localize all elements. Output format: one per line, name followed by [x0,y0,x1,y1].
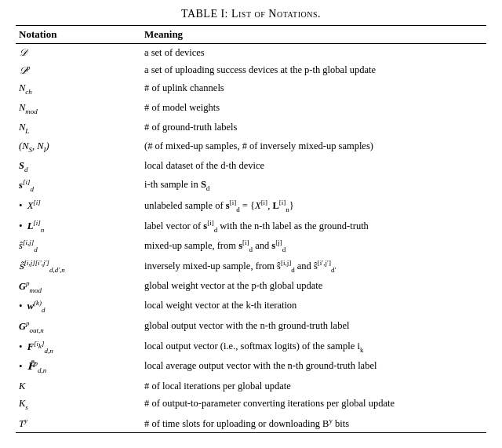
table-title: TABLE I: List of Notations. [16,8,486,20]
meaning-cell: (# of mixed-up samples, # of inversely m… [141,137,486,157]
notation-cell: • X[i] [16,196,141,217]
table-row: 𝒟pa set of uploading success devices at … [16,61,486,79]
meaning-cell: # of uplink channels [141,79,486,99]
notation-cell: Nmod [16,99,141,118]
notation-cell: Ty [16,414,141,433]
col-notation-header: Notation [16,26,141,44]
meaning-cell: # of local iterations per global update [141,377,486,395]
notation-cell: Nch [16,79,141,99]
notation-cell: • w(k)d [16,297,141,317]
meaning-cell: mixed-up sample, from s[i]d and s[j]d [141,236,486,257]
meaning-cell: a set of devices [141,44,486,62]
notation-cell: s̃[i,j][i′,j′]d,d′,n [16,257,141,277]
table-row: • F̄pd,nlocal average output vector with… [16,357,486,377]
table-row: • L[i]nlabel vector of s[i]d with the n-… [16,217,486,237]
page-container: TABLE I: List of Notations. Notation Mea… [16,8,486,433]
meaning-cell: global output vector with the n-th groun… [141,317,486,337]
meaning-cell: inversely mixed-up sample, from ŝ[i,j]d … [141,257,486,277]
table-row: Gpmodglobal weight vector at the p-th gl… [16,277,486,297]
notation-cell: • L[i]n [16,217,141,237]
meaning-cell: # of ground-truth labels [141,118,486,138]
table-row: ŝ[i,j]dmixed-up sample, from s[i]d and s… [16,236,486,257]
notation-cell: s[i]d [16,176,141,196]
notation-cell: Gpout,n [16,317,141,337]
meaning-cell: local output vector (i.e., softmax logit… [141,337,486,358]
notation-cell: 𝒟 [16,44,141,62]
meaning-cell: # of output-to-parameter converting iter… [141,395,486,414]
meaning-cell: i-th sample in Sd [141,176,486,196]
meaning-cell: local weight vector at the k-th iteratio… [141,297,486,317]
table-row: • F[ik]d,nlocal output vector (i.e., sof… [16,337,486,358]
meaning-cell: global weight vector at the p-th global … [141,277,486,297]
table-row: 𝒟a set of devices [16,44,486,62]
meaning-cell: # of model weights [141,99,486,118]
table-row: • X[i]unlabeled sample of s[i]d = {X[i],… [16,196,486,217]
notation-cell: NL [16,118,141,138]
table-row: Nmod# of model weights [16,99,486,118]
notation-cell: K [16,377,141,395]
meaning-cell: local dataset of the d-th device [141,157,486,177]
col-meaning-header: Meaning [141,26,486,44]
table-row: s̃[i,j][i′,j′]d,d′,ninversely mixed-up s… [16,257,486,277]
table-row: Ty# of time slots for uploading or downl… [16,414,486,433]
table-row: Gpout,nglobal output vector with the n-t… [16,317,486,337]
meaning-cell: label vector of s[i]d with the n-th labe… [141,217,486,237]
notation-cell: 𝒟p [16,61,141,79]
notation-cell: Gpmod [16,277,141,297]
table-row: Sdlocal dataset of the d-th device [16,157,486,177]
notation-cell: • F[ik]d,n [16,337,141,358]
table-row: Nch# of uplink channels [16,79,486,99]
notation-cell: Sd [16,157,141,177]
table-header-row: Notation Meaning [16,26,486,44]
table-row: (NS, NI)(# of mixed-up samples, # of inv… [16,137,486,157]
table-row: NL# of ground-truth labels [16,118,486,138]
notation-table: Notation Meaning 𝒟a set of devices𝒟pa se… [16,25,486,433]
table-row: s[i]di-th sample in Sd [16,176,486,196]
table-row: • w(k)dlocal weight vector at the k-th i… [16,297,486,317]
table-row: K# of local iterations per global update [16,377,486,395]
table-row: Ks# of output-to-parameter converting it… [16,395,486,414]
meaning-cell: a set of uploading success devices at th… [141,61,486,79]
meaning-cell: local average output vector with the n-t… [141,357,486,377]
meaning-cell: # of time slots for uploading or downloa… [141,414,486,433]
notation-cell: ŝ[i,j]d [16,236,141,257]
notation-cell: (NS, NI) [16,137,141,157]
notation-cell: Ks [16,395,141,414]
meaning-cell: unlabeled sample of s[i]d = {X[i], L[i]n… [141,196,486,217]
notation-cell: • F̄pd,n [16,357,141,377]
